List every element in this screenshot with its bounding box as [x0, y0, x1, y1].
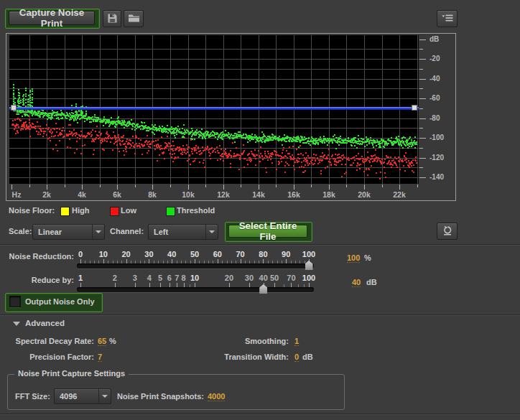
- reset-icon: [442, 225, 453, 238]
- transition-width-label: Transition Width:: [144, 353, 289, 361]
- advanced-disclosure[interactable]: [13, 322, 20, 326]
- slider-scale-number: 1: [71, 274, 90, 282]
- frequency-axis-label: 10k: [180, 190, 197, 199]
- noise-floor-graph-panel: dB-20-40-60-80-100-120-140 Hz2k4k6k8k10k…: [6, 33, 456, 201]
- precision-factor-value[interactable]: 7: [98, 353, 102, 362]
- frequency-axis-tick: [29, 185, 30, 187]
- smoothing-value[interactable]: 1: [294, 337, 299, 346]
- db-axis-tick: [419, 69, 423, 70]
- db-axis-tick: [419, 138, 426, 139]
- load-noise-print-button[interactable]: [124, 10, 144, 27]
- channel-label: Channel:: [110, 227, 144, 235]
- frequency-axis-label: 16k: [285, 190, 302, 199]
- db-axis-tick: [419, 158, 426, 159]
- db-axis-label: -80: [430, 114, 440, 122]
- frequency-axis-tick: [223, 185, 224, 190]
- frequency-axis-tick: [329, 185, 330, 190]
- noise-reduction-slider[interactable]: 0102030405060708090100: [75, 250, 323, 273]
- frequency-axis-tick: [135, 185, 136, 187]
- frequency-axis-label: 20k: [356, 190, 373, 199]
- db-axis-tick: [419, 167, 423, 168]
- select-entire-file-label: Select Entire File: [233, 220, 302, 242]
- noise-print-snapshots-label: Noise Print Snapshots:: [117, 392, 204, 401]
- slider-scale-number: 90: [277, 250, 295, 258]
- divider: [0, 244, 520, 245]
- slider-scale-number: 50: [265, 274, 284, 282]
- fft-size-label: FFT Size:: [15, 392, 50, 401]
- precision-factor-label: Precision Factor:: [0, 353, 94, 361]
- output-noise-only-label: Output Noise Only: [25, 297, 95, 306]
- spectral-decay-unit: %: [109, 337, 116, 345]
- frequency-axis-label: Hz: [8, 190, 25, 199]
- transition-width-unit: dB: [302, 353, 313, 361]
- smoothing-label: Smoothing:: [144, 337, 289, 345]
- slider-handle[interactable]: [305, 261, 313, 270]
- slider-scale-number: 100: [300, 274, 318, 282]
- reduce-by-unit: dB: [366, 278, 377, 286]
- slider-scale-number: 80: [254, 250, 272, 258]
- db-axis-tick: [419, 148, 423, 149]
- db-axis-label: dB: [430, 35, 439, 43]
- spectral-decay-value[interactable]: 65: [98, 337, 106, 346]
- frequency-axis-tick: [417, 185, 418, 187]
- frequency-axis-tick: [205, 185, 206, 187]
- slider-scale-number: 30: [139, 250, 158, 258]
- slider-track[interactable]: [77, 263, 314, 269]
- db-axis-tick: [419, 39, 426, 40]
- db-axis-tick: [419, 88, 423, 89]
- save-noise-print-button[interactable]: [103, 10, 121, 27]
- spectral-decay-label: Spectral Decay Rate:: [0, 337, 94, 345]
- divider: [0, 314, 520, 315]
- frequency-axis-label: 18k: [320, 190, 338, 199]
- db-axis-tick: [419, 79, 426, 80]
- frequency-axis-label: 12k: [215, 190, 232, 199]
- db-axis-tick: [419, 59, 426, 60]
- capture-noise-print-button[interactable]: Capture Noise Print: [9, 11, 95, 25]
- output-noise-only-checkbox[interactable]: [9, 296, 21, 307]
- frequency-axis-tick: [276, 185, 277, 187]
- frequency-axis-tick: [117, 185, 118, 190]
- slider-scale-number: 20: [117, 250, 136, 258]
- transition-width-value[interactable]: 0: [294, 353, 299, 362]
- panel-menu-icon: [442, 14, 453, 24]
- fft-size-dropdown[interactable]: 4096: [54, 388, 111, 404]
- db-axis-label: -40: [430, 75, 440, 83]
- slider-track[interactable]: [77, 287, 314, 292]
- noise-print-capture-settings-title: Noise Print Capture Settings: [14, 369, 129, 378]
- legend-title: Noise Floor:: [9, 206, 55, 215]
- noise-reduction-value[interactable]: 100: [347, 253, 360, 263]
- reduce-by-value[interactable]: 40: [352, 278, 361, 287]
- db-axis-tick: [419, 177, 426, 178]
- frequency-axis-label: 2k: [38, 190, 55, 199]
- reset-button[interactable]: [437, 223, 458, 240]
- frequency-axis-label: 6k: [108, 190, 126, 199]
- slider-scale-number: 0: [71, 250, 90, 258]
- frequency-axis-tick: [47, 185, 47, 190]
- frequency-axis-tick: [241, 185, 241, 187]
- db-axis-label: -120: [430, 154, 444, 162]
- fft-size-dropdown-value: 4096: [55, 392, 98, 401]
- panel-menu-button[interactable]: [437, 10, 458, 27]
- db-axis-tick: [419, 108, 423, 109]
- frequency-axis-tick: [259, 185, 259, 190]
- select-entire-file-button[interactable]: Select Entire File: [228, 225, 307, 238]
- channel-dropdown-value: Left: [149, 228, 205, 236]
- advanced-header[interactable]: Advanced: [25, 319, 65, 327]
- db-axis-tick: [419, 49, 423, 50]
- scale-dropdown-value: Linear: [33, 228, 92, 236]
- slider-scale-number: 70: [282, 274, 300, 282]
- noise-plot-canvas[interactable]: [9, 35, 419, 184]
- scale-dropdown[interactable]: Linear: [32, 224, 105, 240]
- folder-icon: [128, 13, 140, 24]
- slider-scale-number: 10: [94, 250, 113, 258]
- channel-dropdown[interactable]: Left: [148, 224, 218, 240]
- frequency-axis-label: 22k: [391, 190, 408, 199]
- slider-scale-number: 70: [231, 250, 250, 258]
- frequency-axis-label: 4k: [73, 190, 90, 199]
- legend-high-swatch: [60, 207, 70, 216]
- slider-handle[interactable]: [259, 284, 267, 294]
- reduce-by-slider[interactable]: 12345678102030405070100: [75, 274, 323, 297]
- noise-print-snapshots-value[interactable]: 4000: [208, 392, 225, 401]
- triangle-down-icon: [13, 322, 20, 326]
- db-axis-tick: [419, 128, 423, 129]
